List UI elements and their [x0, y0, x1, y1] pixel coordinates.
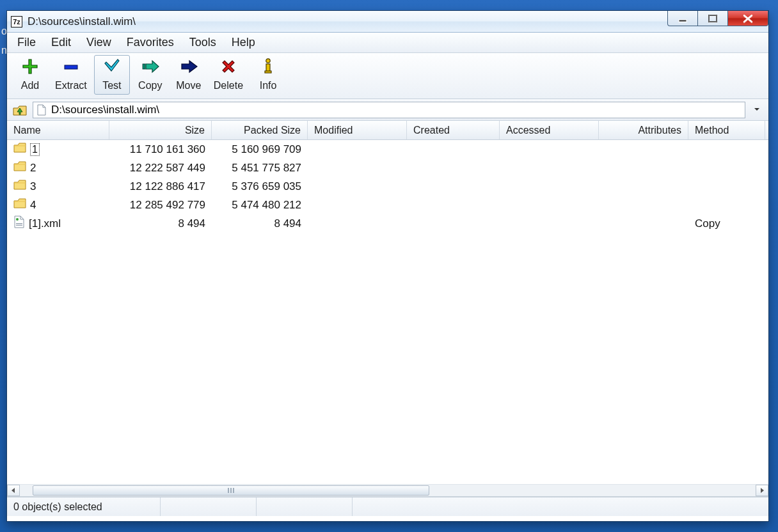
copy-label: Copy	[138, 80, 162, 91]
item-created	[407, 159, 500, 177]
col-packed[interactable]: Packed Size	[212, 121, 308, 139]
item-size: 12 222 587 449	[109, 159, 212, 177]
add-label: Add	[21, 80, 39, 91]
scroll-right-button[interactable]	[756, 485, 768, 496]
move-label: Move	[176, 80, 201, 91]
delete-button[interactable]: Delete	[209, 55, 248, 95]
item-name: [1].xml	[29, 217, 61, 230]
list-row[interactable]: 212 222 587 4495 451 775 827	[7, 159, 768, 177]
list-row[interactable]: [1].xml8 4948 494Copy	[7, 214, 768, 233]
menu-file[interactable]: File	[10, 34, 44, 51]
item-packed: 5 451 775 827	[212, 159, 308, 177]
status-pane-2	[161, 497, 257, 516]
item-packed: 5 160 969 709	[212, 140, 308, 159]
menubar: File Edit View Favorites Tools Help	[7, 33, 768, 53]
menu-tools[interactable]: Tools	[182, 34, 224, 51]
scroll-left-button[interactable]	[7, 485, 20, 496]
item-size: 11 710 161 360	[109, 140, 212, 159]
list-row[interactable]: 111 710 161 3605 160 969 709	[7, 140, 768, 159]
svg-rect-2	[679, 20, 687, 22]
col-accessed[interactable]: Accessed	[500, 121, 599, 139]
folder-icon	[13, 179, 26, 194]
list-row[interactable]: 412 285 492 7795 474 480 212	[7, 196, 768, 214]
col-created[interactable]: Created	[407, 121, 500, 139]
menu-view[interactable]: View	[79, 34, 119, 51]
column-headers: Name Size Packed Size Modified Created A…	[7, 121, 768, 140]
move-button[interactable]: Move	[171, 55, 207, 95]
address-field-wrap	[33, 102, 745, 118]
extract-label: Extract	[55, 80, 87, 91]
scroll-thumb[interactable]	[33, 485, 429, 496]
svg-rect-9	[265, 71, 271, 73]
svg-rect-5	[65, 65, 77, 69]
item-method: Copy	[688, 214, 765, 233]
app-icon: 7z	[11, 16, 22, 27]
delete-label: Delete	[214, 80, 243, 91]
scroll-track[interactable]	[20, 485, 756, 496]
file-list[interactable]: 111 710 161 3605 160 969 709212 222 587 …	[7, 140, 768, 484]
item-created	[407, 177, 500, 196]
status-selection: 0 object(s) selected	[7, 497, 161, 516]
item-attributes	[599, 140, 688, 159]
menu-edit[interactable]: Edit	[44, 34, 79, 51]
item-accessed	[500, 196, 599, 214]
address-dropdown-icon[interactable]	[750, 104, 763, 115]
info-button[interactable]: Info	[250, 55, 286, 95]
arrow-right-icon	[141, 57, 160, 76]
col-attributes[interactable]: Attributes	[599, 121, 688, 139]
address-input[interactable]	[47, 102, 745, 118]
item-packed: 8 494	[212, 214, 308, 233]
item-attributes	[599, 214, 688, 233]
item-method	[688, 159, 765, 177]
status-pane-4	[353, 497, 768, 516]
item-modified	[308, 159, 407, 177]
col-name[interactable]: Name	[7, 121, 109, 139]
addressbar	[7, 99, 768, 121]
col-modified[interactable]: Modified	[308, 121, 407, 139]
extract-button[interactable]: Extract	[51, 55, 91, 95]
app-window: 7z D:\sources\install.wim\ File Edit Vie…	[6, 10, 769, 522]
add-button[interactable]: Add	[12, 55, 48, 95]
window-title: D:\sources\install.wim\	[28, 15, 136, 28]
maximize-button[interactable]	[697, 11, 728, 26]
item-name: 1	[30, 143, 40, 156]
horizontal-scrollbar	[7, 484, 768, 497]
copy-button[interactable]: Copy	[132, 55, 168, 95]
document-icon	[36, 104, 47, 116]
svg-rect-3	[709, 15, 717, 22]
test-label: Test	[102, 80, 121, 91]
status-pane-3	[257, 497, 353, 516]
item-size: 12 285 492 779	[109, 196, 212, 214]
item-packed: 5 474 480 212	[212, 196, 308, 214]
col-method[interactable]: Method	[688, 121, 765, 139]
item-accessed	[500, 177, 599, 196]
item-method	[688, 140, 765, 159]
titlebar[interactable]: 7z D:\sources\install.wim\	[7, 11, 768, 33]
item-created	[407, 196, 500, 214]
test-button[interactable]: Test	[94, 55, 130, 95]
item-name: 3	[30, 180, 36, 193]
statusbar: 0 object(s) selected	[7, 497, 768, 516]
item-attributes	[599, 159, 688, 177]
item-accessed	[500, 159, 599, 177]
folder-icon	[13, 142, 26, 157]
close-button[interactable]	[727, 11, 768, 26]
item-attributes	[599, 196, 688, 214]
col-size[interactable]: Size	[109, 121, 212, 139]
item-modified	[308, 196, 407, 214]
plus-icon	[20, 57, 40, 76]
minimize-button[interactable]	[667, 11, 698, 26]
menu-help[interactable]: Help	[224, 34, 263, 51]
item-size: 12 122 886 417	[109, 177, 212, 196]
svg-point-7	[266, 59, 270, 63]
item-created	[407, 214, 500, 233]
list-row[interactable]: 312 122 886 4175 376 659 035	[7, 177, 768, 196]
svg-rect-4	[709, 15, 717, 22]
up-folder-icon[interactable]	[12, 102, 28, 118]
item-attributes	[599, 177, 688, 196]
svg-rect-12	[16, 225, 22, 226]
item-method	[688, 177, 765, 196]
menu-favorites[interactable]: Favorites	[119, 34, 182, 51]
svg-text:7z: 7z	[13, 18, 20, 26]
item-packed: 5 376 659 035	[212, 177, 308, 196]
